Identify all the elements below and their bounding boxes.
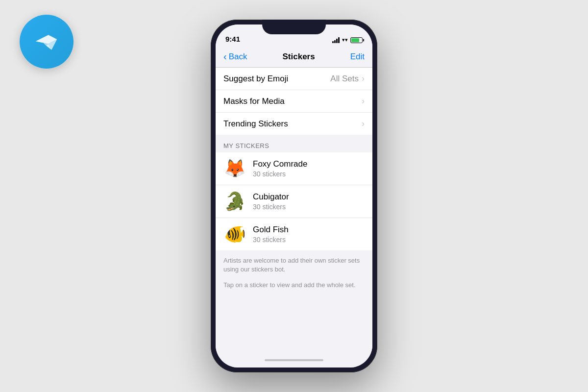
navigation-bar: ‹ Back Stickers Edit	[216, 46, 372, 68]
page-title: Stickers	[283, 52, 315, 62]
home-indicator	[216, 353, 372, 368]
signal-bars-icon	[332, 37, 340, 43]
foxy-comrade-name: Foxy Comrade	[253, 159, 365, 169]
back-button[interactable]: ‹ Back	[223, 52, 247, 62]
back-chevron-icon: ‹	[223, 51, 227, 61]
my-stickers-section-header: MY STICKERS	[216, 135, 372, 152]
status-time: 9:41	[225, 35, 240, 43]
battery-icon	[350, 37, 363, 43]
cubigator-info: Cubigator 30 stickers	[253, 192, 365, 211]
suggest-by-emoji-label: Suggest by Emoji	[223, 74, 330, 84]
status-icons: ▾▾	[332, 37, 363, 43]
gold-fish-count: 30 stickers	[253, 236, 365, 244]
settings-group: Suggest by Emoji All Sets › Masks for Me…	[216, 68, 372, 135]
trending-stickers-chevron-icon: ›	[362, 119, 365, 129]
telegram-logo	[20, 15, 74, 69]
my-stickers-label: MY STICKERS	[223, 142, 269, 149]
foxy-comrade-info: Foxy Comrade 30 stickers	[253, 159, 365, 178]
cubigator-emoji: 🐊	[223, 190, 246, 213]
cubigator-name: Cubigator	[253, 192, 365, 202]
phone-screen: 9:41 ▾▾ ‹ Back Stickers Edit	[216, 24, 372, 368]
gold-fish-emoji: 🐠	[223, 223, 246, 245]
masks-for-media-item[interactable]: Masks for Media ›	[216, 90, 372, 113]
sticker-item-cubigator[interactable]: 🐊 Cubigator 30 stickers	[216, 185, 372, 218]
trending-stickers-item[interactable]: Trending Stickers ›	[216, 113, 372, 135]
footer-artists-text: Artists are welcome to add their own sti…	[216, 250, 372, 277]
gold-fish-info: Gold Fish 30 stickers	[253, 225, 365, 244]
phone-frame: 9:41 ▾▾ ‹ Back Stickers Edit	[211, 20, 377, 372]
phone-notch	[262, 20, 326, 34]
back-label: Back	[229, 52, 247, 62]
edit-button[interactable]: Edit	[350, 52, 365, 62]
cubigator-count: 30 stickers	[253, 203, 365, 211]
battery-fill	[351, 38, 359, 42]
suggest-by-emoji-item[interactable]: Suggest by Emoji All Sets ›	[216, 68, 372, 90]
foxy-comrade-emoji: 🦊	[223, 157, 246, 180]
wifi-icon: ▾▾	[342, 37, 348, 43]
home-bar	[265, 359, 323, 361]
gold-fish-name: Gold Fish	[253, 225, 365, 235]
footer-tap-text: Tap on a sticker to view and add the who…	[216, 277, 372, 297]
masks-for-media-chevron-icon: ›	[362, 96, 365, 106]
content-area: Suggest by Emoji All Sets › Masks for Me…	[216, 68, 372, 353]
suggest-by-emoji-value: All Sets	[330, 74, 359, 84]
foxy-comrade-count: 30 stickers	[253, 170, 365, 178]
masks-for-media-label: Masks for Media	[223, 97, 362, 106]
suggest-by-emoji-chevron-icon: ›	[362, 74, 365, 84]
trending-stickers-label: Trending Stickers	[223, 119, 362, 129]
sticker-item-foxy-comrade[interactable]: 🦊 Foxy Comrade 30 stickers	[216, 152, 372, 185]
sticker-item-gold-fish[interactable]: 🐠 Gold Fish 30 stickers	[216, 218, 372, 250]
sticker-list: 🦊 Foxy Comrade 30 stickers 🐊 Cubigator 3…	[216, 152, 372, 250]
